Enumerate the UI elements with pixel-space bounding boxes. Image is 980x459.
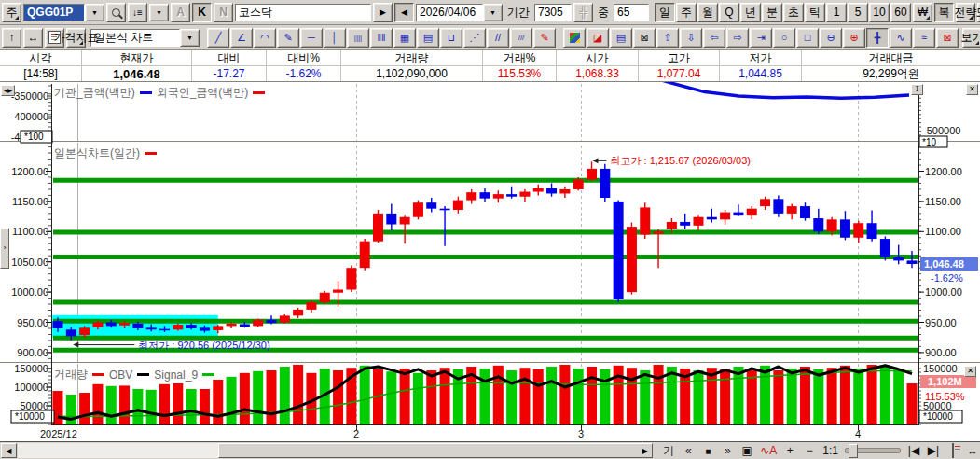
pan-move-icon[interactable]: ╋ [866,28,889,48]
zoom-range-icon[interactable]: ⊖ [820,28,842,48]
palette-swatch [570,33,580,43]
currency-button[interactable]: ₩ [913,3,932,22]
date-input[interactable] [416,4,483,21]
interval-button-Q[interactable]: Q [719,3,739,22]
stock-type-button[interactable]: 주 [2,3,21,22]
date-dropdown[interactable]: ▼ [483,4,503,21]
scrollbar-thumb[interactable] [218,443,642,458]
speed-lines-icon[interactable]: /// [510,28,532,48]
next-stock-button[interactable]: ▶ [373,3,393,22]
interval-button-분[interactable]: 분 [762,3,782,22]
channel-icon[interactable]: ⊔ [440,28,462,48]
fan-line-icon[interactable]: ◠ [254,28,276,48]
sort-dropdown[interactable]: ▼ [149,4,169,21]
market-a-button[interactable]: A [171,3,190,22]
scroll-left-button[interactable]: ◀ [1,443,17,458]
memo-button[interactable] [946,444,959,457]
go-start-button[interactable]: |◀ [907,444,920,457]
period-input[interactable] [534,4,572,21]
rect-draw-icon[interactable]: □ [796,28,819,48]
volume-bar [627,368,637,424]
line-chart-style-icon[interactable]: ∿ [890,28,912,48]
view-button[interactable]: 보기 [962,28,980,48]
upper-panel-close-icon[interactable]: ✕ [966,84,978,95]
angle-line-icon[interactable]: ∠ [230,28,253,48]
scale-up-icon[interactable]: ↑ [2,28,21,48]
trend-line-icon[interactable]: ╱ [207,28,229,48]
dense-grid-icon[interactable]: ‖‖ [370,28,393,48]
zoom-in-button[interactable]: + [783,444,796,457]
price-indicator-button[interactable]: 가격지표 [66,28,86,48]
volume-panel-close-icon[interactable]: ✕ [964,366,976,377]
stock-code-input[interactable] [23,4,85,21]
interval-button-주[interactable]: 주 [676,3,697,22]
vertical-grid-icon[interactable]: |||| [347,28,369,48]
adjust-icon[interactable]: ╬ [573,3,593,22]
period-unit-button[interactable]: 기 [662,443,675,459]
interval-button-일[interactable]: 일 [655,3,675,22]
pencil-delete-icon[interactable]: ✎ [533,28,556,48]
interval-button-60[interactable]: 60 [890,3,911,22]
count-input[interactable] [614,4,649,21]
restore-button[interactable]: 복 [934,3,954,22]
eraser-icon[interactable]: ◪ [587,28,609,48]
market-n-button[interactable]: N [214,3,233,22]
delete-box-icon[interactable]: ⊠ [633,28,656,48]
circle-draw-icon[interactable]: ○ [773,28,795,48]
market-k-button[interactable]: K [192,3,212,22]
fast-left-button[interactable]: « [682,444,695,457]
horizontal-line-icon[interactable]: ─ [300,28,323,48]
fast-right-button[interactable]: » [721,444,734,457]
volume-bar [480,369,490,424]
fit-width-icon[interactable]: ↔ [23,28,43,48]
freehand-line-icon[interactable]: ✎ [277,28,299,48]
stock-code-dropdown[interactable]: ▼ [85,4,104,21]
zoom-data-icon[interactable]: ⊕ [843,28,865,48]
arrow-down-icon[interactable]: ⇩ [680,28,702,48]
left-panel-expander[interactable]: › [0,228,9,269]
stop-button[interactable]: ■ [701,446,714,456]
parallel-lines-icon[interactable]: // [487,28,509,48]
go-end-button[interactable]: ▶| [927,444,940,457]
prev-stock-button[interactable]: ◀ [394,3,414,22]
arrow-right-icon[interactable]: ⇨ [726,28,749,48]
sort-list-icon[interactable]: ↓≡ [128,3,147,22]
svg-text:1000.00: 1000.00 [925,286,962,298]
arrow-up-icon[interactable]: ⇧ [656,28,679,48]
fit-width-button[interactable]: ↔ [966,444,979,457]
exit-panel-icon[interactable]: ⇥ [750,28,772,48]
horizontal-grid-icon[interactable]: ▤ [417,28,439,48]
interval-button-1[interactable]: 1 [826,3,847,22]
splitter-handle[interactable]: ◀▶ [1,85,15,96]
edit-region-icon[interactable]: ▤ [610,28,632,48]
zoom-slider-knob[interactable] [849,444,858,458]
delete-chart-icon[interactable]: ⊠ [936,28,959,48]
panel-collapse-icon[interactable]: ↧ [911,84,923,95]
area-chart-style-icon[interactable]: ≈ [913,28,935,48]
chart-area: -350000-400000-450000-500000*10*1001200.… [0,82,980,442]
candle [707,217,717,220]
pattern-zigzag-button[interactable]: ∿A [760,444,777,457]
vertical-line-icon[interactable]: │ [324,28,346,48]
interval-button-초[interactable]: 초 [783,3,804,22]
interval-button-년[interactable]: 년 [740,3,761,22]
grid-box-icon[interactable]: ▦ [393,28,416,48]
regression-line-icon[interactable]: ⋰ [463,28,486,48]
search-icon[interactable] [106,3,126,22]
auto-step-button[interactable]: ▣ [740,444,753,457]
zoom-out-button[interactable]: − [803,444,816,457]
interval-button-5[interactable]: 5 [848,3,868,22]
stock-name-input[interactable] [235,4,371,21]
scrollbar-track[interactable] [18,443,637,458]
strategy-button[interactable]: 전략 [956,3,975,22]
arrow-left-icon[interactable]: ⇦ [703,28,725,48]
interval-button-10[interactable]: 10 [869,3,890,22]
interval-button-틱[interactable]: 틱 [805,3,825,22]
chart-type-value[interactable]: 일본식 차트 [90,29,180,47]
interval-button-월[interactable]: 월 [697,3,718,22]
palette-icon[interactable] [563,28,586,48]
zoom-slider[interactable] [845,448,901,453]
playback-controls: 기«■»▣∿A+−1:1|◀▶|↔ [662,443,979,459]
actual-size-button[interactable]: 1:1 [822,444,838,457]
chart-type-dropdown[interactable]: ▼ [180,29,200,47]
